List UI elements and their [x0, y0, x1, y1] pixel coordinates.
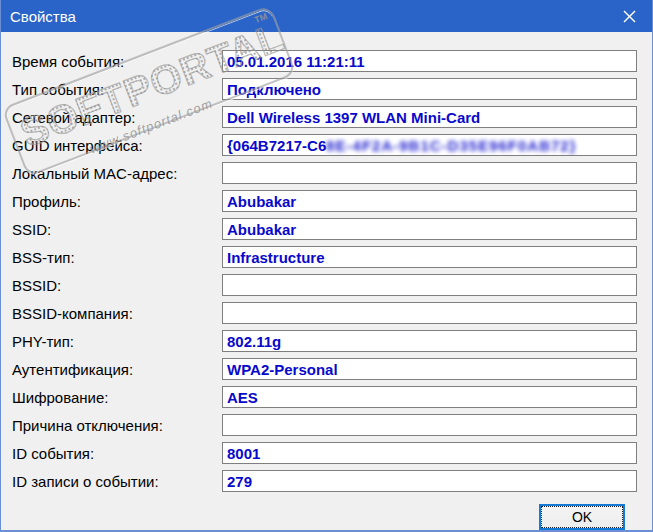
field-label-ssid: SSID:	[12, 221, 222, 238]
field-input-bssid[interactable]	[222, 274, 637, 296]
field-value-event-type: Подключено	[227, 81, 321, 98]
titlebar[interactable]: Свойства	[1, 0, 652, 32]
property-row-local-mac-address: Локальный MAC-адрес:	[12, 159, 637, 187]
property-row-interface-guid: GUID интерфейса:{064B7217-C68E-4F2A-9B1C…	[12, 131, 637, 159]
property-row-event-id: ID события:8001	[12, 439, 637, 467]
field-label-local-mac-address: Локальный MAC-адрес:	[12, 165, 222, 182]
field-label-network-adapter: Сетевой адаптер:	[12, 109, 222, 126]
property-row-event-record-id: ID записи о событии:279	[12, 467, 637, 495]
field-label-authentication: Аутентификация:	[12, 361, 222, 378]
field-value-ssid: Abubakar	[227, 221, 296, 238]
property-row-event-type: Тип события:Подключено	[12, 75, 637, 103]
field-value-event-record-id: 279	[227, 473, 252, 490]
property-row-bssid: BSSID:	[12, 271, 637, 299]
field-label-interface-guid: GUID интерфейса:	[12, 137, 222, 154]
field-input-event-time[interactable]: 05.01.2016 11:21:11	[222, 50, 637, 72]
field-input-bssid-company[interactable]	[222, 302, 637, 324]
field-value-censored-interface-guid: 8E-4F2A-9B1C-D35E96F0AB72}	[326, 137, 576, 154]
field-input-bss-type[interactable]: Infrastructure	[222, 246, 637, 268]
property-row-encryption: Шифрование:AES	[12, 383, 637, 411]
field-value-phy-type: 802.11g	[227, 333, 281, 350]
field-value-profile: Abubakar	[227, 193, 296, 210]
field-value-authentication: WPA2-Personal	[227, 361, 338, 378]
property-row-disconnect-reason: Причина отключения:	[12, 411, 637, 439]
field-input-network-adapter[interactable]: Dell Wireless 1397 WLAN Mini-Card	[222, 106, 637, 128]
property-row-ssid: SSID:Abubakar	[12, 215, 637, 243]
property-row-authentication: Аутентификация:WPA2-Personal	[12, 355, 637, 383]
field-input-ssid[interactable]: Abubakar	[222, 218, 637, 240]
field-label-event-record-id: ID записи о событии:	[12, 473, 222, 490]
field-label-disconnect-reason: Причина отключения:	[12, 417, 222, 434]
close-button[interactable]	[607, 0, 652, 32]
field-value-event-time: 05.01.2016 11:21:11	[227, 53, 365, 70]
dialog-body: Время события:05.01.2016 11:21:11Тип соб…	[1, 32, 652, 530]
properties-dialog: Свойства Время события:05.01.2016 11:21:…	[0, 0, 653, 532]
property-row-event-time: Время события:05.01.2016 11:21:11	[12, 47, 637, 75]
field-label-event-time: Время события:	[12, 53, 222, 70]
property-row-bss-type: BSS-тип:Infrastructure	[12, 243, 637, 271]
field-label-bss-type: BSS-тип:	[12, 249, 222, 266]
field-input-event-id[interactable]: 8001	[222, 442, 637, 464]
field-value-encryption: AES	[227, 389, 258, 406]
field-label-bssid: BSSID:	[12, 277, 222, 294]
field-value-network-adapter: Dell Wireless 1397 WLAN Mini-Card	[227, 109, 480, 126]
field-value-event-id: 8001	[227, 445, 260, 462]
field-label-phy-type: PHY-тип:	[12, 333, 222, 350]
close-icon	[623, 10, 636, 23]
field-label-encryption: Шифрование:	[12, 389, 222, 406]
property-row-network-adapter: Сетевой адаптер:Dell Wireless 1397 WLAN …	[12, 103, 637, 131]
field-input-profile[interactable]: Abubakar	[222, 190, 637, 212]
field-label-event-type: Тип события:	[12, 81, 222, 98]
property-row-phy-type: PHY-тип:802.11g	[12, 327, 637, 355]
dialog-footer: OK	[12, 504, 637, 530]
field-input-event-record-id[interactable]: 279	[222, 470, 637, 492]
field-value-bss-type: Infrastructure	[227, 249, 325, 266]
fields-list: Время события:05.01.2016 11:21:11Тип соб…	[12, 47, 637, 495]
property-row-bssid-company: BSSID-компания:	[12, 299, 637, 327]
field-input-encryption[interactable]: AES	[222, 386, 637, 408]
field-input-interface-guid[interactable]: {064B7217-C68E-4F2A-9B1C-D35E96F0AB72}	[222, 134, 637, 156]
field-label-bssid-company: BSSID-компания:	[12, 305, 222, 322]
field-input-event-type[interactable]: Подключено	[222, 78, 637, 100]
field-input-authentication[interactable]: WPA2-Personal	[222, 358, 637, 380]
field-input-disconnect-reason[interactable]	[222, 414, 637, 436]
field-value-interface-guid: {064B7217-C6	[227, 137, 326, 154]
ok-button[interactable]: OK	[539, 504, 625, 530]
field-input-phy-type[interactable]: 802.11g	[222, 330, 637, 352]
field-input-local-mac-address[interactable]	[222, 162, 637, 184]
field-label-event-id: ID события:	[12, 445, 222, 462]
window-title: Свойства	[10, 8, 607, 25]
field-label-profile: Профиль:	[12, 193, 222, 210]
property-row-profile: Профиль:Abubakar	[12, 187, 637, 215]
